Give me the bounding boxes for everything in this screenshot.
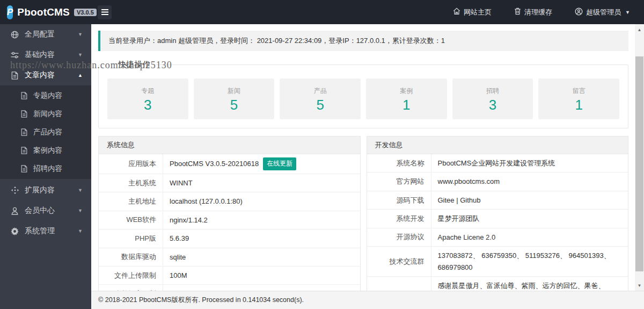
sidebar-item-label: 系统管理 (25, 226, 55, 236)
card-count: 3 (489, 98, 496, 112)
topnav-site-home[interactable]: 网站主页 (453, 8, 492, 17)
table-row: PHP版 5.6.39 (99, 229, 360, 248)
row-value: 100M (163, 267, 360, 284)
brand: P PbootCMS V3.0.5 (0, 5, 91, 19)
row-label: 官方网站 (367, 173, 431, 190)
sidebar-item-global-config[interactable]: 全局配置 ▼ (0, 24, 91, 45)
vertical-scrollbar[interactable]: ▲ ▼ (635, 24, 644, 291)
table-row: 文件上传限制 100M (99, 267, 360, 285)
row-value: PbootCMS V3.0.5-20210618 在线更新 (163, 154, 360, 174)
row-label: 系统名称 (367, 154, 431, 172)
chevron-down-icon: ▼ (625, 10, 630, 15)
sidebar-item-system-manage[interactable]: 系统管理 ▼ (0, 221, 91, 241)
sidebar-item-basic-content[interactable]: 基础内容 ▼ (0, 45, 91, 65)
sidebar: 全局配置 ▼ 基础内容 ▼ 文章内容 ▲ 专题内容 新闻内容 产品内容 案例内容 (0, 24, 91, 309)
quick-card-special[interactable]: 专题 3 (107, 78, 188, 119)
card-count: 1 (575, 98, 582, 112)
card-count: 5 (316, 98, 324, 112)
table-row: 技术交流群 137083872、 636759350、 511953276、 9… (367, 247, 628, 277)
table-row: 官方网站 www.pbootcms.com (367, 173, 628, 191)
file-icon (20, 165, 28, 173)
scrollbar-down-arrow-icon[interactable]: ▼ (635, 281, 644, 290)
sidebar-item-label: 会员中心 (25, 206, 55, 215)
system-info-table: 系统信息 应用版本 PbootCMS V3.0.5-20210618 在线更新 … (98, 136, 361, 304)
row-value: PbootCMS企业网站开发建设管理系统 (431, 154, 628, 172)
sidebar-item-label: 基础内容 (25, 50, 55, 60)
quick-card-message[interactable]: 留言 1 (538, 78, 619, 119)
sidebar-subitem-label: 专题内容 (33, 91, 62, 100)
member-icon (11, 207, 19, 215)
row-label: 开源协议 (367, 228, 431, 246)
table-row: 数据库驱动 sqlite (99, 248, 360, 267)
quick-operations-title: 快捷操作 (113, 60, 156, 70)
sidebar-subitem-news[interactable]: 新闻内容 (0, 105, 91, 123)
official-site-link[interactable]: www.pbootcms.com (431, 173, 628, 190)
footer: © 2018-2021 PbootCMS版权所有. Processed in 0… (91, 291, 644, 309)
row-value: localhost (127.0.0.1:80) (163, 192, 360, 210)
hamburger-menu-icon[interactable] (98, 5, 112, 19)
table-row: 应用版本 PbootCMS V3.0.5-20210618 在线更新 (99, 154, 360, 174)
scrollbar-thumb[interactable] (635, 56, 643, 271)
card-label: 案例 (400, 87, 413, 96)
row-label: 数据库驱动 (99, 248, 163, 266)
row-value: sqlite (163, 248, 360, 266)
quick-card-news[interactable]: 新闻 5 (194, 78, 275, 119)
article-submenu: 专题内容 新闻内容 产品内容 案例内容 招聘内容 (0, 85, 91, 179)
topnav-label: 清理缓存 (524, 8, 552, 17)
chevron-up-icon: ▲ (78, 73, 83, 78)
sidebar-subitem-special[interactable]: 专题内容 (0, 87, 91, 105)
copyright-text: © 2018-2021 PbootCMS版权所有. Processed in 0… (98, 296, 304, 304)
info-tables: 系统信息 应用版本 PbootCMS V3.0.5-20210618 在线更新 … (98, 136, 628, 309)
sidebar-item-label: 扩展内容 (25, 185, 55, 195)
row-label: 系统开发 (367, 210, 431, 227)
sidebar-subitem-recruit[interactable]: 招聘内容 (0, 160, 91, 178)
table-title: 系统信息 (99, 136, 360, 154)
expand-icon (11, 186, 19, 195)
table-row: 系统名称 PbootCMS企业网站开发建设管理系统 (367, 154, 628, 173)
dev-info-table: 开发信息 系统名称 PbootCMS企业网站开发建设管理系统 官方网站 www.… (367, 136, 629, 309)
sidebar-item-article-content[interactable]: 文章内容 ▲ (0, 65, 91, 85)
online-update-button[interactable]: 在线更新 (263, 157, 296, 170)
topnav-clear-cache[interactable]: 清理缓存 (514, 8, 552, 17)
row-label: 文件上传限制 (99, 267, 163, 284)
quick-card-case[interactable]: 案例 1 (366, 78, 447, 119)
gear-icon (11, 227, 19, 235)
topnav-label: 网站主页 (464, 8, 492, 17)
sidebar-item-extend-content[interactable]: 扩展内容 ▼ (0, 180, 91, 200)
row-label: 主机地址 (99, 192, 163, 210)
source-download-links[interactable]: Gitee | Github (431, 191, 628, 209)
row-value: 星梦开源团队 (431, 210, 628, 227)
home-icon (453, 8, 460, 17)
card-label: 专题 (141, 87, 154, 96)
topnav-label: 超级管理员 (586, 8, 621, 17)
file-icon (11, 71, 19, 80)
row-label: 应用版本 (99, 154, 163, 174)
sidebar-item-label: 文章内容 (25, 70, 55, 80)
table-row: WEB软件 nginx/1.14.2 (99, 211, 360, 229)
file-icon (20, 147, 28, 154)
sidebar-item-member-center[interactable]: 会员中心 ▼ (0, 200, 91, 221)
main-content: 当前登录用户：admin 超级管理员，登录时间： 2021-09-27 22:3… (91, 24, 644, 309)
table-row: 主机地址 localhost (127.0.0.1:80) (99, 192, 360, 211)
quick-card-recruit[interactable]: 招聘 3 (452, 78, 533, 119)
scrollbar-up-arrow-icon[interactable]: ▲ (635, 25, 644, 34)
file-icon (20, 128, 28, 136)
row-value: WINNT (163, 174, 360, 192)
sidebar-subitem-product[interactable]: 产品内容 (0, 123, 91, 141)
quick-card-product[interactable]: 产品 5 (280, 78, 361, 119)
sidebar-subitem-label: 新闻内容 (33, 109, 62, 119)
chevron-down-icon: ▼ (78, 52, 83, 58)
topnav-admin-menu[interactable]: 超级管理员 ▼ (575, 8, 630, 17)
trash-icon (514, 8, 521, 17)
table-row: 源码下载 Gitee | Github (367, 191, 628, 210)
table-row: 系统开发 星梦开源团队 (367, 210, 628, 228)
file-icon (20, 92, 28, 99)
card-label: 新闻 (228, 87, 240, 96)
sidebar-subitem-case[interactable]: 案例内容 (0, 141, 91, 160)
card-label: 留言 (573, 87, 586, 96)
row-value: 5.6.39 (163, 229, 360, 247)
table-row: 主机系统 WINNT (99, 174, 360, 192)
card-count: 1 (402, 98, 410, 112)
pbootcms-logo-icon: P (7, 5, 13, 19)
chevron-down-icon: ▼ (78, 208, 83, 213)
